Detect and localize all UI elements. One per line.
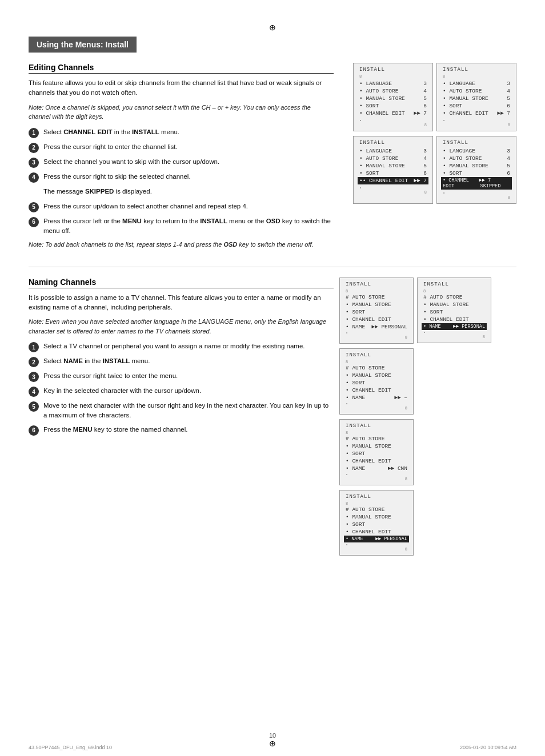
editing-left: Editing Channels This feature allows you… (29, 63, 334, 255)
step-text-skipped: The message SKIPPED is displayed. (43, 187, 334, 196)
footer-date: 2005-01-20 10:09:54 AM (460, 745, 516, 750)
install-menu-2: INSTALL 8 • LANGUAGE3 • AUTO STORE4 • MA… (436, 63, 516, 131)
editing-step-1: 1 Select CHANNEL EDIT in the INSTALL men… (29, 127, 334, 138)
editing-step-2: 2 Press the cursor right to enter the ch… (29, 142, 334, 153)
naming-step-text-3: Press the cursor right twice to enter th… (43, 371, 334, 381)
editing-menus: INSTALL 8 • LANGUAGE3 • AUTO STORE4 • MA… (339, 63, 516, 255)
naming-section: Naming Channels It is possible to assign… (29, 278, 516, 556)
naming-menu-row1: INSTALL 8 # AUTO STORE • MANUAL STORE • … (339, 278, 516, 344)
naming-step-4: 4 Key in the selected character with the… (29, 386, 334, 397)
naming-menu-5: INSTALL 8 # AUTO STORE • MANUAL STORE • … (339, 490, 414, 556)
naming-intro: It is possible to assign a name to a TV … (29, 293, 334, 313)
step-text-2: Press the cursor right to enter the chan… (43, 142, 334, 152)
editing-title: Editing Channels (29, 63, 334, 74)
naming-step-6: 6 Press the MENU key to store the named … (29, 425, 334, 436)
naming-step-text-5: Move to the next character with the curs… (43, 401, 334, 421)
top-compass-icon: ⊕ (29, 23, 516, 32)
naming-step-1: 1 Select a TV channel or peripheral you … (29, 341, 334, 352)
naming-menu-1: INSTALL 8 # AUTO STORE • MANUAL STORE • … (339, 278, 414, 344)
step-num-5: 5 (29, 202, 39, 212)
step-num-3: 3 (29, 158, 39, 168)
editing-step-skipped: The message SKIPPED is displayed. (29, 187, 334, 198)
install-menu-1: INSTALL 8 • LANGUAGE3 • AUTO STORE4 • MA… (353, 63, 433, 131)
naming-menu-row3: INSTALL 8 # AUTO STORE • MANUAL STORE • … (339, 419, 516, 485)
editing-step-4: 4 Press the cursor right to skip the sel… (29, 172, 334, 183)
naming-menu-row2: INSTALL 8 # AUTO STORE • MANUAL STORE • … (339, 348, 516, 415)
step-num-4: 4 (29, 172, 39, 183)
editing-step-3: 3 Select the channel you want to skip wi… (29, 157, 334, 168)
step-text-1: Select CHANNEL EDIT in the INSTALL menu. (43, 127, 334, 137)
naming-step-3: 3 Press the cursor right twice to enter … (29, 371, 334, 382)
naming-step-num-4: 4 (29, 387, 39, 397)
naming-step-num-6: 6 (29, 425, 39, 436)
naming-step-num-3: 3 (29, 372, 39, 382)
page: ⊕ Using the Menus: Install Editing Chann… (0, 0, 545, 756)
editing-menu-row2: INSTALL • LANGUAGE3 • AUTO STORE4 • MANU… (339, 136, 516, 204)
editing-step-5: 5 Press the cursor up/down to select ano… (29, 202, 334, 212)
step-text-3: Select the channel you want to skip with… (43, 157, 334, 167)
step-num-2: 2 (29, 143, 39, 153)
naming-step-2: 2 Select NAME in the INSTALL menu. (29, 356, 334, 367)
bottom-compass-icon: ⊕ (269, 739, 276, 748)
install-menu-4-skipped: INSTALL • LANGUAGE3 • AUTO STORE4 • MANU… (436, 136, 516, 204)
naming-menu-3: INSTALL 8 # AUTO STORE • MANUAL STORE • … (339, 348, 414, 415)
editing-menu-row1: INSTALL 8 • LANGUAGE3 • AUTO STORE4 • MA… (339, 63, 516, 131)
naming-title: Naming Channels (29, 278, 334, 288)
naming-step-num-5: 5 (29, 401, 39, 412)
page-number: 10 (0, 732, 545, 739)
editing-note2: Note: To add back channels to the list, … (29, 240, 334, 250)
editing-section: Editing Channels This feature allows you… (29, 63, 516, 255)
section-divider (29, 267, 516, 267)
naming-menu-2: INSTALL 8 # AUTO STORE • MANUAL STORE • … (417, 278, 491, 343)
naming-step-text-1: Select a TV channel or peripheral you wa… (43, 341, 334, 351)
naming-step-text-2: Select NAME in the INSTALL menu. (43, 356, 334, 366)
naming-step-text-4: Key in the selected character with the c… (43, 386, 334, 396)
naming-menu-4: INSTALL 8 # AUTO STORE • MANUAL STORE • … (339, 419, 414, 485)
naming-menus: INSTALL 8 # AUTO STORE • MANUAL STORE • … (339, 278, 516, 556)
step-num-1: 1 (29, 128, 39, 138)
step-text-5: Press the cursor up/down to select anoth… (43, 202, 334, 211)
naming-note: Note: Even when you have selected anothe… (29, 317, 334, 336)
naming-menu-row4: INSTALL 8 # AUTO STORE • MANUAL STORE • … (339, 490, 516, 556)
step-text-4: Press the cursor right to skip the selec… (43, 172, 334, 182)
naming-step-text-6: Press the MENU key to store the named ch… (43, 425, 334, 435)
step-num-6: 6 (29, 217, 39, 227)
page-title: Using the Menus: Install (29, 37, 137, 53)
editing-note1: Note: Once a channel is skipped, you can… (29, 103, 334, 122)
editing-intro: This feature allows you to edit or skip … (29, 78, 334, 98)
editing-step-6: 6 Press the cursor left or the MENU key … (29, 216, 334, 236)
footer-file: 43.50PP7445_DFU_Eng_69.indd 10 (29, 745, 112, 750)
naming-step-num-2: 2 (29, 357, 39, 367)
naming-step-num-1: 1 (29, 342, 39, 352)
naming-left: Naming Channels It is possible to assign… (29, 278, 334, 556)
step-text-6: Press the cursor left or the MENU key to… (43, 216, 334, 236)
install-menu-3: INSTALL • LANGUAGE3 • AUTO STORE4 • MANU… (353, 136, 433, 204)
naming-step-5: 5 Move to the next character with the cu… (29, 401, 334, 421)
